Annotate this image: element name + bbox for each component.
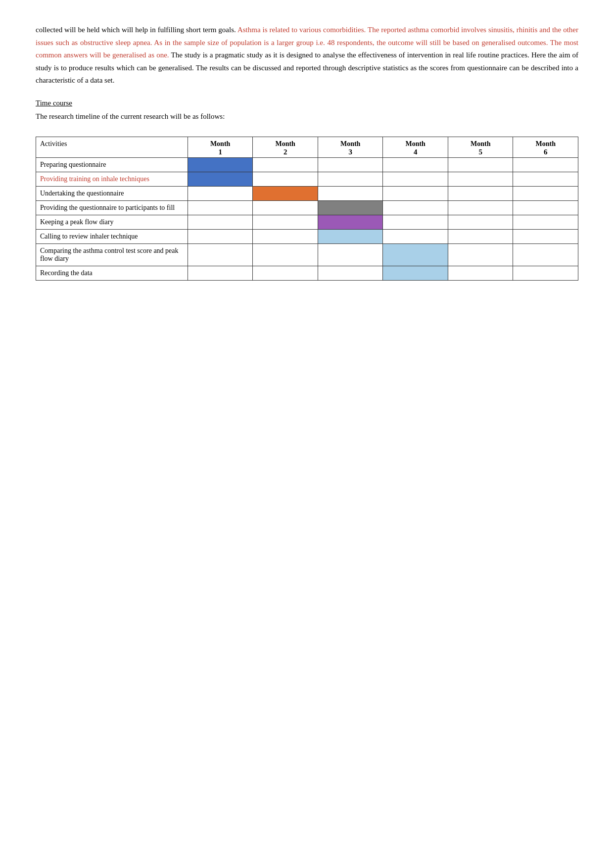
- cell-month5: [448, 201, 513, 215]
- cell-month2: [253, 172, 318, 187]
- cell-month4: [383, 230, 448, 244]
- table-row: Calling to review inhaler technique: [36, 230, 578, 244]
- cell-month3: [318, 215, 383, 230]
- col-header-month1: Month1: [188, 137, 253, 158]
- cell-month4: [383, 244, 448, 266]
- activity-label: Keeping a peak flow diary: [36, 215, 188, 230]
- cell-month2: [253, 201, 318, 215]
- cell-month2: [253, 187, 318, 201]
- activity-label: Recording the data: [36, 266, 188, 281]
- cell-month1: [188, 172, 253, 187]
- table-row: Preparing questionnaire: [36, 158, 578, 172]
- col-header-month4: Month4: [383, 137, 448, 158]
- cell-month2: [253, 266, 318, 281]
- cell-month1: [188, 230, 253, 244]
- activity-label: Calling to review inhaler technique: [36, 230, 188, 244]
- table-row: Providing training on inhale techniques: [36, 172, 578, 187]
- cell-month6: [513, 158, 578, 172]
- timeline-table: Activities Month1 Month2 Month3 Month4 M…: [36, 137, 578, 281]
- activity-label: Providing training on inhale techniques: [36, 172, 188, 187]
- cell-month2: [253, 230, 318, 244]
- activity-label: Undertaking the questionnaire: [36, 187, 188, 201]
- col-header-month2: Month2: [253, 137, 318, 158]
- cell-month6: [513, 172, 578, 187]
- cell-month5: [448, 266, 513, 281]
- intro-black1: collected will be held which will help i…: [36, 26, 236, 34]
- cell-month4: [383, 266, 448, 281]
- cell-month3: [318, 158, 383, 172]
- cell-month1: [188, 201, 253, 215]
- cell-month1: [188, 187, 253, 201]
- table-row: Comparing the asthma control test score …: [36, 244, 578, 266]
- intro-paragraph: collected will be held which will help i…: [36, 24, 578, 87]
- cell-month4: [383, 172, 448, 187]
- activity-label: Comparing the asthma control test score …: [36, 244, 188, 266]
- cell-month3: [318, 244, 383, 266]
- table-row: Undertaking the questionnaire: [36, 187, 578, 201]
- cell-month4: [383, 215, 448, 230]
- cell-month2: [253, 244, 318, 266]
- cell-month5: [448, 187, 513, 201]
- activity-label: Providing the questionnaire to participa…: [36, 201, 188, 215]
- cell-month6: [513, 266, 578, 281]
- cell-month5: [448, 230, 513, 244]
- col-header-activities: Activities: [36, 137, 188, 158]
- table-row: Recording the data: [36, 266, 578, 281]
- cell-month6: [513, 201, 578, 215]
- cell-month4: [383, 187, 448, 201]
- cell-month2: [253, 215, 318, 230]
- section-description: The research timeline of the current res…: [36, 110, 578, 123]
- time-course-heading: Time course: [36, 99, 578, 107]
- col-header-month5: Month5: [448, 137, 513, 158]
- cell-month5: [448, 215, 513, 230]
- cell-month5: [448, 244, 513, 266]
- table-header-row: Activities Month1 Month2 Month3 Month4 M…: [36, 137, 578, 158]
- cell-month3: [318, 201, 383, 215]
- cell-month6: [513, 215, 578, 230]
- cell-month3: [318, 230, 383, 244]
- activity-label: Preparing questionnaire: [36, 158, 188, 172]
- cell-month5: [448, 172, 513, 187]
- cell-month4: [383, 201, 448, 215]
- cell-month1: [188, 215, 253, 230]
- cell-month3: [318, 172, 383, 187]
- cell-month6: [513, 187, 578, 201]
- col-header-month3: Month3: [318, 137, 383, 158]
- cell-month1: [188, 158, 253, 172]
- cell-month3: [318, 187, 383, 201]
- cell-month2: [253, 158, 318, 172]
- table-row: Keeping a peak flow diary: [36, 215, 578, 230]
- cell-month1: [188, 266, 253, 281]
- cell-month5: [448, 158, 513, 172]
- col-header-month6: Month6: [513, 137, 578, 158]
- table-body: Preparing questionnaire Providing traini…: [36, 158, 578, 281]
- table-row: Providing the questionnaire to participa…: [36, 201, 578, 215]
- cell-month4: [383, 158, 448, 172]
- cell-month6: [513, 244, 578, 266]
- cell-month6: [513, 230, 578, 244]
- cell-month3: [318, 266, 383, 281]
- cell-month1: [188, 244, 253, 266]
